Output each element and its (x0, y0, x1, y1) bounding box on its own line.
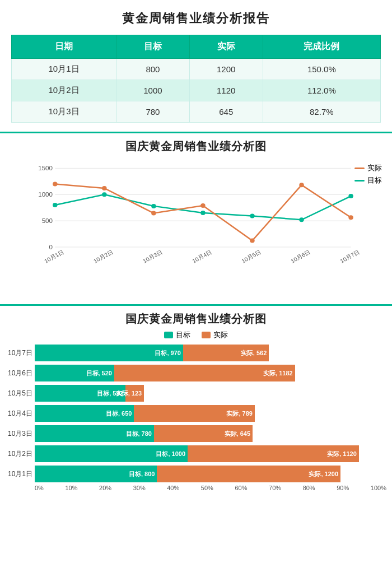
x-axis-label: 90% (337, 485, 349, 491)
table-cell: 1000 (116, 80, 190, 101)
bar-row: 10月1日目标, 800实际, 1200 (35, 466, 386, 482)
x-axis-label: 60% (235, 485, 247, 491)
table-cell: 10月3日 (12, 101, 116, 123)
bar-legend-target: 目标 (164, 330, 190, 340)
line-chart-wrap: 05001000150010月1日10月2日10月3日10月4日10月5日10月… (6, 157, 386, 303)
table-header-row: 日期目标实际完成比例 (12, 35, 381, 59)
table-cell: 112.0% (263, 80, 380, 101)
svg-text:500: 500 (42, 217, 53, 224)
svg-point-27 (299, 183, 304, 187)
svg-text:10月7日: 10月7日 (339, 249, 361, 264)
svg-point-23 (102, 186, 106, 190)
bar-row-label: 10月1日 (6, 469, 32, 479)
table-cell: 150.0% (263, 59, 380, 80)
bar-actual-segment: 实际, 645 (154, 425, 253, 442)
table-row: 10月1日8001200150.0% (12, 59, 381, 80)
table-row: 10月3日78064582.7% (12, 101, 381, 123)
bar-chart-section: 国庆黄金周销售业绩分析图 目标 实际 10月7日目标, 970实际, 56210… (0, 304, 392, 513)
bar-actual-segment: 实际, 562 (183, 345, 269, 361)
table-cell: 1200 (189, 59, 263, 80)
bar-target-segment: 目标, 592 (35, 385, 125, 402)
bar-target-color (164, 332, 173, 338)
svg-point-19 (250, 214, 254, 218)
table-header-cell: 目标 (116, 35, 190, 59)
line-chart-title: 国庆黄金周销售业绩分析图 (6, 139, 386, 154)
svg-text:1500: 1500 (38, 165, 53, 172)
bar-track: 目标, 800实际, 1200 (35, 466, 386, 482)
svg-text:10月6日: 10月6日 (290, 249, 311, 264)
svg-point-18 (200, 211, 205, 215)
actual-legend-color (354, 167, 365, 169)
svg-point-21 (348, 194, 353, 198)
report-title: 黄金周销售业绩分析报告 (11, 10, 381, 27)
legend-target: 目标 (354, 175, 382, 185)
x-axis-label: 50% (201, 485, 213, 491)
bar-row-label: 10月2日 (6, 449, 32, 459)
x-axis-label: 10% (65, 485, 77, 491)
bar-row-label: 10月6日 (6, 369, 32, 378)
line-chart-legend: 实际 目标 (354, 163, 382, 185)
svg-text:10月5日: 10月5日 (240, 249, 262, 264)
bar-actual-segment: 实际, 789 (134, 405, 254, 422)
line-chart-svg: 05001000150010月1日10月2日10月3日10月4日10月5日10月… (31, 157, 386, 269)
svg-point-26 (250, 238, 254, 243)
table-header-cell: 完成比例 (263, 35, 380, 59)
table-cell: 1120 (189, 80, 263, 101)
svg-text:10月4日: 10月4日 (191, 249, 213, 264)
bar-row: 10月6日目标, 520实际, 1182 (35, 365, 386, 381)
bar-track: 目标, 592实际, 123 (35, 385, 386, 402)
bar-track: 目标, 780实际, 645 (35, 425, 386, 442)
table-cell: 780 (116, 101, 190, 123)
target-legend-color (354, 180, 365, 182)
bar-track: 目标, 970实际, 562 (35, 345, 386, 361)
table-cell: 800 (116, 59, 190, 80)
svg-point-17 (151, 204, 156, 208)
svg-point-16 (102, 192, 106, 197)
table-header-cell: 日期 (12, 35, 116, 59)
x-axis-labels: 0%10%20%30%40%50%60%70%80%90%100% (35, 485, 386, 491)
bar-chart-title: 国庆黄金周销售业绩分析图 (6, 311, 386, 327)
table-header-cell: 实际 (189, 35, 263, 59)
data-table: 日期目标实际完成比例 10月1日8001200150.0%10月2日100011… (11, 35, 381, 123)
bar-actual-segment: 实际, 1120 (188, 445, 359, 462)
svg-point-20 (299, 217, 304, 222)
x-axis-label: 30% (133, 485, 146, 491)
bar-row: 10月2日目标, 1000实际, 1120 (35, 445, 386, 462)
bar-row: 10月3日目标, 780实际, 645 (35, 425, 386, 442)
bar-track: 目标, 650实际, 789 (35, 405, 386, 422)
bar-target-segment: 目标, 780 (35, 425, 154, 442)
bar-actual-segment: 实际, 1182 (114, 365, 295, 381)
bar-row-label: 10月7日 (6, 348, 32, 358)
svg-text:0: 0 (49, 244, 53, 250)
table-cell: 82.7% (263, 101, 380, 123)
bar-target-segment: 目标, 800 (35, 466, 157, 482)
bar-actual-label: 实际 (213, 330, 228, 340)
x-axis-label: 100% (371, 485, 386, 491)
svg-text:1000: 1000 (38, 192, 53, 198)
bar-row: 10月7日目标, 970实际, 562 (35, 345, 386, 361)
table-section: 黄金周销售业绩分析报告 日期目标实际完成比例 10月1日8001200150.0… (0, 0, 392, 131)
svg-point-22 (53, 182, 57, 187)
bar-target-segment: 目标, 520 (35, 365, 114, 381)
x-axis-label: 20% (99, 485, 111, 491)
bar-row-label: 10月3日 (6, 429, 32, 439)
x-axis-label: 0% (35, 485, 44, 491)
bar-target-segment: 目标, 1000 (35, 445, 188, 462)
table-cell: 10月1日 (12, 59, 116, 80)
svg-point-24 (151, 211, 156, 216)
table-row: 10月2日10001120112.0% (12, 80, 381, 101)
svg-point-25 (200, 203, 205, 208)
svg-text:10月2日: 10月2日 (92, 249, 114, 264)
svg-text:10月1日: 10月1日 (43, 249, 65, 264)
bar-row-label: 10月5日 (6, 389, 32, 398)
actual-legend-label: 实际 (367, 163, 382, 173)
legend-actual: 实际 (354, 163, 382, 173)
svg-point-28 (348, 215, 353, 220)
bar-target-label: 目标 (176, 330, 190, 340)
bar-row-label: 10月4日 (6, 409, 32, 418)
x-axis-label: 80% (303, 485, 315, 491)
table-cell: 10月2日 (12, 80, 116, 101)
bar-chart-wrap: 10月7日目标, 970实际, 56210月6日目标, 520实际, 11821… (6, 345, 386, 507)
table-cell: 645 (189, 101, 263, 123)
bar-target-segment: 目标, 970 (35, 345, 183, 361)
